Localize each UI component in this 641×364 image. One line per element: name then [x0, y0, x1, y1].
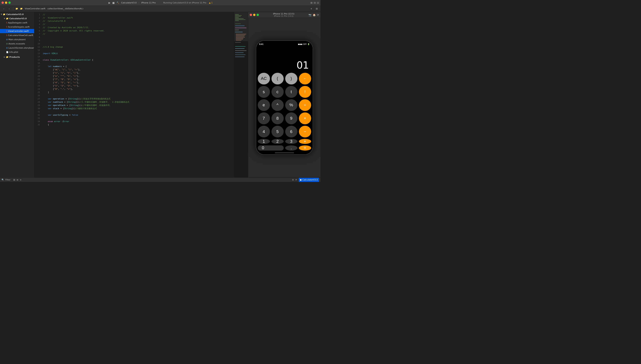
breadcrumb-item-2[interactable]: 📁 [20, 8, 23, 10]
tab-calculatorv3[interactable]: ● CalculatorV3.0 [299, 178, 319, 182]
run-button[interactable]: ▶ [109, 1, 110, 4]
svg-rect-27 [234, 12, 248, 41]
breadcrumb-item-4[interactable]: collectionView(_:didSelectItemAt:) [48, 8, 83, 10]
minimap [234, 12, 248, 178]
simulator: iPhone 11 Pro (13.5) iPhone 11 Pro (13.5… [248, 12, 320, 178]
file-label-7: LaunchScreen.storyboard [9, 47, 34, 49]
sim-maximize-button[interactable] [257, 14, 259, 16]
sim-minimize-button[interactable] [253, 14, 255, 16]
breadcrumb-sep-3: › [46, 8, 47, 10]
calc-btn-3[interactable]: 3 [285, 139, 297, 144]
device-selector[interactable]: iPhone 11 Pro [141, 2, 156, 4]
forward-button[interactable]: › [7, 6, 12, 11]
file-label-4: CalculatorViewCell.swift [8, 34, 33, 36]
calc-btn-backspace[interactable]: ← [299, 73, 311, 84]
group-label: CalculatorV3.0 [9, 17, 27, 20]
svg-rect-22 [235, 48, 245, 49]
iphone-device: 9:41 ●●● WiFi 🔋 01 AC [256, 40, 313, 155]
minimize-button[interactable] [5, 2, 7, 4]
calc-btn-9[interactable]: 9 [285, 112, 297, 124]
layout-btn-3[interactable]: ⊡ [317, 1, 319, 4]
calc-btn-sin[interactable]: s [258, 86, 270, 98]
calc-btn-5[interactable]: 5 [271, 126, 284, 138]
calc-btn-equals[interactable]: = [299, 146, 311, 150]
add-file-button[interactable]: + [20, 178, 22, 181]
expand-icon[interactable]: ⊟ [292, 178, 294, 181]
sidebar-item-infoplist[interactable]: 📄 Info.plist [0, 50, 34, 54]
calc-btn-close-paren[interactable]: ) [285, 73, 297, 84]
file-group: ▼ 📁 CalculatorV3.0 S AppDelegate.swift S… [0, 16, 34, 59]
calc-btn-4[interactable]: 4 [258, 126, 270, 138]
sidebar-item-scenedelegate[interactable]: S SceneDelegate.swift [0, 25, 34, 29]
sim-screenshot-btn[interactable]: 📷 [308, 14, 311, 16]
breadcrumb-item-3[interactable]: ViewController.swift [25, 8, 45, 10]
sim-device-name: iPhone 11 Pro (13.5) [260, 12, 307, 15]
calc-btn-decimal[interactable]: . [285, 146, 297, 150]
svg-rect-26 [235, 56, 245, 57]
file-label-3: ViewController.swift [8, 30, 29, 32]
code-review-button[interactable]: ≡ [309, 6, 314, 11]
calculator-buttons[interactable]: AC ( ) ← s c t ! e ^ % ÷ [256, 73, 313, 154]
sidebar: ▼ 📁 CalculatorV3.0 ▼ 📁 CalculatorV3.0 S … [0, 12, 34, 178]
code-editor: 12345 678910 1112131415 1617181920 21222… [34, 12, 248, 178]
home-indicator[interactable] [275, 152, 294, 153]
sidebar-item-assets[interactable]: ⊟ Assets.xcassets [0, 42, 34, 46]
calc-btn-subtract[interactable]: − [299, 126, 311, 138]
stop-button[interactable]: ■ [112, 1, 115, 4]
calc-btn-add[interactable]: + [299, 139, 311, 144]
sidebar-item-viewcontroller[interactable]: S ViewController.swift [0, 29, 34, 33]
calc-btn-e[interactable]: e [258, 99, 270, 111]
bottombar: 🔍 Filter ⊞ ≡ + ⊟ ⟳ ● CalculatorV3.0 [0, 178, 320, 182]
calc-btn-divide[interactable]: ÷ [299, 99, 311, 111]
layout-btn-1[interactable]: ⊞ [310, 1, 312, 4]
swift-icon-4: S [6, 34, 7, 36]
scheme-selector[interactable]: 🔨 [117, 2, 119, 4]
calc-btn-factorial[interactable]: ! [299, 86, 311, 98]
calc-btn-cos[interactable]: c [271, 86, 284, 98]
close-button[interactable] [2, 2, 4, 4]
sim-close-button[interactable] [250, 14, 252, 16]
calc-btn-open-paren[interactable]: ( [271, 73, 284, 84]
breadcrumb: 📁 › 📁 › ViewController.swift › collectio… [15, 8, 308, 10]
calc-btn-2[interactable]: 2 [271, 139, 284, 144]
calculator-display: 01 [256, 46, 313, 73]
calc-btn-6[interactable]: 6 [285, 126, 297, 138]
calc-btn-1[interactable]: 1 [258, 139, 270, 144]
rotate-icon[interactable]: ⟳ [295, 178, 297, 181]
project-arrow: ▼ [1, 13, 2, 15]
calc-btn-percent[interactable]: % [285, 99, 297, 111]
group-header[interactable]: ▼ 📁 CalculatorV3.0 [0, 16, 34, 20]
sidebar-item-calculatorcell[interactable]: S CalculatorViewCell.swift [0, 33, 34, 37]
breadcrumb-item-1[interactable]: 📁 [16, 8, 18, 10]
calc-btn-0[interactable]: 0 [258, 146, 284, 150]
calc-btn-7[interactable]: 7 [258, 112, 270, 124]
project-icon: 📁 [3, 13, 6, 16]
calc-btn-power[interactable]: ^ [271, 99, 284, 111]
calc-btn-8[interactable]: 8 [271, 112, 284, 124]
layout-btn-2[interactable]: ⊟ [314, 1, 316, 4]
list-icon[interactable]: ⊞ [13, 178, 15, 181]
grid-icon[interactable]: ≡ [17, 178, 19, 181]
sidebar-item-launchscreen[interactable]: ⊞ LaunchScreen.storyboard [0, 46, 34, 50]
maximize-button[interactable] [9, 2, 11, 4]
back-button[interactable]: ‹ [2, 6, 6, 11]
sidebar-item-appdelegate[interactable]: S AppDelegate.swift [0, 20, 34, 25]
code-content[interactable]: 12345 678910 1112131415 1617181920 21222… [34, 12, 248, 178]
products-folder-icon: 📁 [6, 56, 9, 58]
sim-home-btn[interactable]: 🏠 [313, 14, 316, 16]
plist-icon: 📄 [6, 51, 9, 53]
sidebar-item-mainstoryboard[interactable]: ⊞ Main.storyboard [0, 37, 34, 42]
calc-btn-ac[interactable]: AC [258, 73, 270, 84]
calc-btn-tan[interactable]: t [285, 86, 297, 98]
calc-btn-multiply[interactable]: × [299, 112, 311, 124]
inspector-button[interactable]: ⊞ [314, 6, 319, 11]
products-group-header[interactable]: ▶ 📁 Products [0, 55, 34, 59]
products-arrow: ▶ [4, 56, 5, 58]
toolbar-sep-1 [13, 7, 13, 11]
sim-rotate-btn[interactable]: ⟳ [317, 14, 319, 16]
iphone-screen: 9:41 ●●● WiFi 🔋 01 AC [256, 41, 313, 154]
project-group-header[interactable]: ▼ 📁 CalculatorV3.0 [0, 12, 34, 16]
tab-icon: ● [300, 178, 302, 181]
file-label-2: SceneDelegate.swift [8, 26, 30, 28]
breadcrumb-sep-1: › [19, 8, 20, 10]
